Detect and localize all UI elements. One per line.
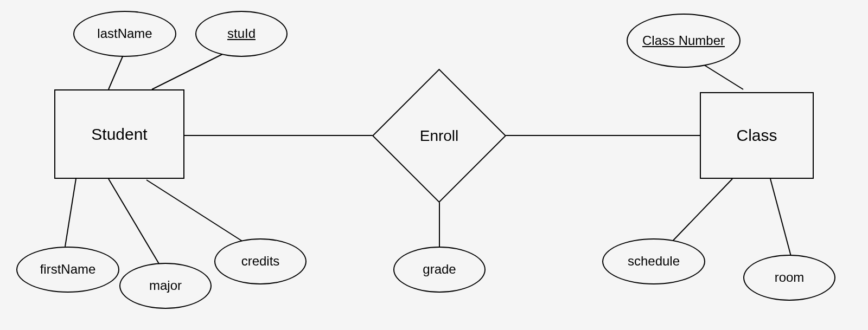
- entity-class: Class: [700, 92, 814, 179]
- attribute-schedule-label: schedule: [628, 254, 680, 268]
- attribute-credits: credits: [214, 238, 307, 284]
- attribute-stuid-label: stuId: [227, 27, 256, 41]
- entity-class-label: Class: [736, 126, 777, 145]
- attribute-firstname-label: firstName: [40, 262, 96, 276]
- attribute-major-label: major: [149, 279, 182, 293]
- relationship-enroll: Enroll: [392, 88, 487, 183]
- attribute-credits-label: credits: [241, 254, 280, 268]
- svg-line-4: [146, 180, 255, 249]
- attribute-room-label: room: [775, 270, 805, 284]
- attribute-grade-label: grade: [423, 262, 456, 276]
- svg-line-3: [108, 179, 160, 266]
- entity-student: Student: [54, 89, 184, 179]
- attribute-grade: grade: [393, 247, 486, 293]
- svg-line-9: [667, 179, 732, 247]
- attribute-lastname: lastName: [73, 11, 176, 57]
- entity-student-label: Student: [91, 125, 147, 144]
- attribute-classnumber-label: Class Number: [642, 34, 725, 48]
- attribute-schedule: schedule: [602, 238, 705, 284]
- svg-line-2: [65, 179, 76, 247]
- attribute-major: major: [119, 263, 212, 309]
- attribute-classnumber: Class Number: [627, 14, 741, 68]
- relationship-enroll-label: Enroll: [420, 127, 459, 145]
- svg-line-0: [108, 51, 125, 89]
- svg-line-10: [770, 179, 792, 260]
- attribute-firstname: firstName: [16, 247, 119, 293]
- svg-line-8: [700, 62, 743, 89]
- attribute-stuid: stuId: [195, 11, 288, 57]
- svg-line-1: [152, 51, 228, 89]
- attribute-lastname-label: lastName: [97, 27, 152, 41]
- attribute-room: room: [743, 255, 835, 301]
